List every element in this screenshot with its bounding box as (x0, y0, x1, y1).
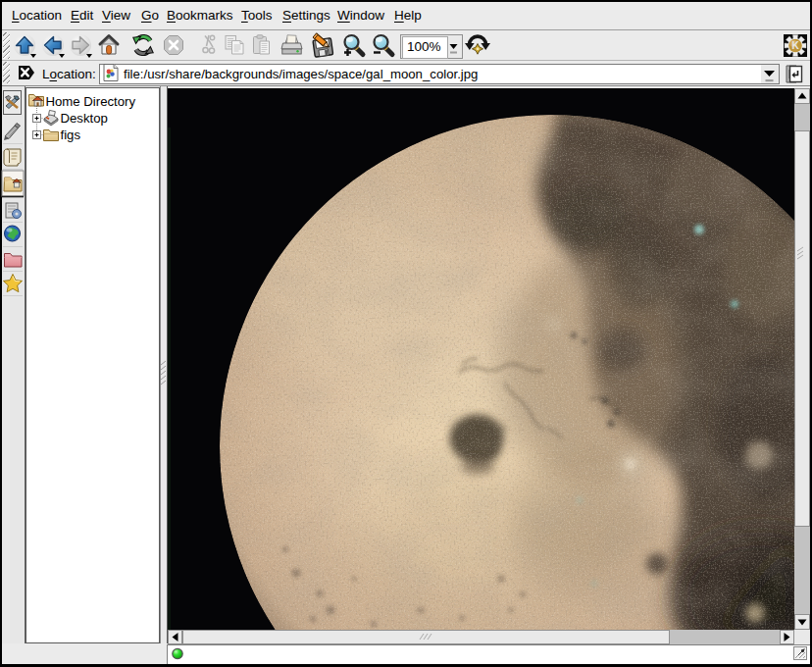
svg-text:K: K (792, 40, 800, 51)
